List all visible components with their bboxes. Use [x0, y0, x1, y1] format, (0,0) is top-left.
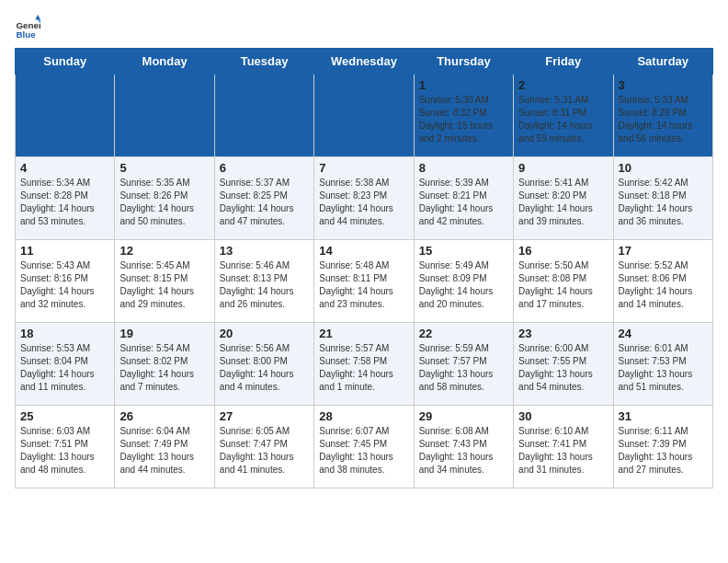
date-number: 7	[319, 161, 408, 175]
day-header-sunday: Sunday	[16, 49, 115, 75]
date-number: 8	[419, 161, 508, 175]
day-header-monday: Monday	[115, 49, 214, 75]
date-number: 30	[518, 409, 608, 423]
date-number: 31	[619, 409, 708, 423]
calendar-table: SundayMondayTuesdayWednesdayThursdayFrid…	[15, 48, 713, 488]
cell-info: Sunrise: 5:30 AM Sunset: 8:32 PM Dayligh…	[419, 94, 508, 145]
cell-info: Sunrise: 5:52 AM Sunset: 8:06 PM Dayligh…	[619, 259, 708, 311]
calendar-cell: 18Sunrise: 5:53 AM Sunset: 8:04 PM Dayli…	[16, 323, 115, 406]
date-number: 9	[518, 161, 608, 175]
cell-info: Sunrise: 5:34 AM Sunset: 8:28 PM Dayligh…	[20, 177, 109, 228]
calendar-cell: 7Sunrise: 5:38 AM Sunset: 8:23 PM Daylig…	[314, 157, 414, 240]
date-number: 22	[419, 327, 508, 340]
date-number: 26	[119, 409, 209, 423]
calendar-cell: 12Sunrise: 5:45 AM Sunset: 8:15 PM Dayli…	[115, 240, 214, 323]
calendar-cell: 9Sunrise: 5:41 AM Sunset: 8:20 PM Daylig…	[514, 157, 613, 240]
header-row: SundayMondayTuesdayWednesdayThursdayFrid…	[16, 49, 713, 75]
calendar-cell: 2Sunrise: 5:31 AM Sunset: 8:31 PM Daylig…	[514, 75, 613, 157]
header: General Blue	[15, 15, 713, 40]
day-header-friday: Friday	[514, 49, 613, 75]
calendar-cell: 16Sunrise: 5:50 AM Sunset: 8:08 PM Dayli…	[514, 240, 613, 323]
date-number: 2	[518, 78, 608, 92]
cell-info: Sunrise: 6:00 AM Sunset: 7:55 PM Dayligh…	[518, 342, 608, 394]
date-number: 17	[619, 244, 708, 258]
calendar-cell: 8Sunrise: 5:39 AM Sunset: 8:21 PM Daylig…	[414, 157, 513, 240]
date-number: 12	[119, 244, 209, 258]
day-header-thursday: Thursday	[414, 49, 513, 75]
calendar-cell	[214, 75, 313, 157]
date-number: 24	[619, 327, 708, 340]
date-number: 15	[419, 244, 508, 258]
calendar-cell: 11Sunrise: 5:43 AM Sunset: 8:16 PM Dayli…	[16, 240, 115, 323]
day-header-wednesday: Wednesday	[314, 49, 414, 75]
day-header-tuesday: Tuesday	[214, 49, 313, 75]
calendar-cell: 14Sunrise: 5:48 AM Sunset: 8:11 PM Dayli…	[314, 240, 414, 323]
date-number: 1	[419, 78, 508, 92]
calendar-cell: 26Sunrise: 6:04 AM Sunset: 7:49 PM Dayli…	[115, 406, 214, 488]
week-row-4: 18Sunrise: 5:53 AM Sunset: 8:04 PM Dayli…	[16, 323, 713, 406]
date-number: 25	[20, 409, 109, 423]
cell-info: Sunrise: 5:33 AM Sunset: 8:29 PM Dayligh…	[619, 94, 708, 145]
date-number: 28	[319, 409, 408, 423]
cell-info: Sunrise: 5:57 AM Sunset: 7:58 PM Dayligh…	[319, 342, 408, 394]
cell-info: Sunrise: 5:54 AM Sunset: 8:02 PM Dayligh…	[119, 342, 209, 394]
svg-marker-2	[35, 15, 40, 20]
calendar-cell: 6Sunrise: 5:37 AM Sunset: 8:25 PM Daylig…	[214, 157, 313, 240]
calendar-cell: 4Sunrise: 5:34 AM Sunset: 8:28 PM Daylig…	[16, 157, 115, 240]
week-row-2: 4Sunrise: 5:34 AM Sunset: 8:28 PM Daylig…	[16, 157, 713, 240]
calendar-cell: 3Sunrise: 5:33 AM Sunset: 8:29 PM Daylig…	[613, 75, 712, 157]
cell-info: Sunrise: 5:37 AM Sunset: 8:25 PM Dayligh…	[220, 177, 309, 228]
cell-info: Sunrise: 5:45 AM Sunset: 8:15 PM Dayligh…	[119, 259, 209, 311]
week-row-1: 1Sunrise: 5:30 AM Sunset: 8:32 PM Daylig…	[16, 75, 713, 157]
cell-info: Sunrise: 6:07 AM Sunset: 7:45 PM Dayligh…	[319, 425, 408, 477]
cell-info: Sunrise: 5:38 AM Sunset: 8:23 PM Dayligh…	[319, 177, 408, 228]
cell-info: Sunrise: 6:08 AM Sunset: 7:43 PM Dayligh…	[419, 425, 508, 477]
date-number: 4	[20, 161, 109, 175]
day-header-saturday: Saturday	[613, 49, 712, 75]
date-number: 13	[220, 244, 309, 258]
calendar-cell: 17Sunrise: 5:52 AM Sunset: 8:06 PM Dayli…	[613, 240, 712, 323]
cell-info: Sunrise: 6:01 AM Sunset: 7:53 PM Dayligh…	[619, 342, 708, 394]
cell-info: Sunrise: 5:39 AM Sunset: 8:21 PM Dayligh…	[419, 177, 508, 228]
cell-info: Sunrise: 5:50 AM Sunset: 8:08 PM Dayligh…	[518, 259, 608, 311]
calendar-cell	[314, 75, 414, 157]
cell-info: Sunrise: 5:53 AM Sunset: 8:04 PM Dayligh…	[20, 342, 109, 394]
cell-info: Sunrise: 6:10 AM Sunset: 7:41 PM Dayligh…	[518, 425, 608, 477]
calendar-cell: 13Sunrise: 5:46 AM Sunset: 8:13 PM Dayli…	[214, 240, 313, 323]
calendar-cell: 15Sunrise: 5:49 AM Sunset: 8:09 PM Dayli…	[414, 240, 513, 323]
calendar-cell	[16, 75, 115, 157]
calendar-cell: 20Sunrise: 5:56 AM Sunset: 8:00 PM Dayli…	[214, 323, 313, 406]
calendar-cell: 10Sunrise: 5:42 AM Sunset: 8:18 PM Dayli…	[613, 157, 712, 240]
logo-icon: General Blue	[15, 15, 40, 40]
cell-info: Sunrise: 6:11 AM Sunset: 7:39 PM Dayligh…	[619, 425, 708, 477]
cell-info: Sunrise: 5:35 AM Sunset: 8:26 PM Dayligh…	[119, 177, 209, 228]
calendar-cell: 29Sunrise: 6:08 AM Sunset: 7:43 PM Dayli…	[414, 406, 513, 488]
date-number: 3	[619, 78, 708, 92]
calendar-cell: 28Sunrise: 6:07 AM Sunset: 7:45 PM Dayli…	[314, 406, 414, 488]
cell-info: Sunrise: 5:42 AM Sunset: 8:18 PM Dayligh…	[619, 177, 708, 228]
cell-info: Sunrise: 5:31 AM Sunset: 8:31 PM Dayligh…	[518, 94, 608, 145]
cell-info: Sunrise: 5:49 AM Sunset: 8:09 PM Dayligh…	[419, 259, 508, 311]
logo: General Blue	[15, 15, 40, 40]
week-row-5: 25Sunrise: 6:03 AM Sunset: 7:51 PM Dayli…	[16, 406, 713, 488]
date-number: 20	[220, 327, 309, 340]
date-number: 27	[220, 409, 309, 423]
calendar-cell: 5Sunrise: 5:35 AM Sunset: 8:26 PM Daylig…	[115, 157, 214, 240]
calendar-cell: 25Sunrise: 6:03 AM Sunset: 7:51 PM Dayli…	[16, 406, 115, 488]
date-number: 11	[20, 244, 109, 258]
cell-info: Sunrise: 6:04 AM Sunset: 7:49 PM Dayligh…	[119, 425, 209, 477]
calendar-cell: 21Sunrise: 5:57 AM Sunset: 7:58 PM Dayli…	[314, 323, 414, 406]
date-number: 19	[119, 327, 209, 340]
calendar-cell	[115, 75, 214, 157]
week-row-3: 11Sunrise: 5:43 AM Sunset: 8:16 PM Dayli…	[16, 240, 713, 323]
cell-info: Sunrise: 5:46 AM Sunset: 8:13 PM Dayligh…	[220, 259, 309, 311]
calendar-cell: 27Sunrise: 6:05 AM Sunset: 7:47 PM Dayli…	[214, 406, 313, 488]
date-number: 14	[319, 244, 408, 258]
calendar-cell: 30Sunrise: 6:10 AM Sunset: 7:41 PM Dayli…	[514, 406, 613, 488]
cell-info: Sunrise: 5:59 AM Sunset: 7:57 PM Dayligh…	[419, 342, 508, 394]
date-number: 10	[619, 161, 708, 175]
calendar-cell: 24Sunrise: 6:01 AM Sunset: 7:53 PM Dayli…	[613, 323, 712, 406]
cell-info: Sunrise: 5:43 AM Sunset: 8:16 PM Dayligh…	[20, 259, 109, 311]
calendar-cell: 22Sunrise: 5:59 AM Sunset: 7:57 PM Dayli…	[414, 323, 513, 406]
calendar-cell: 19Sunrise: 5:54 AM Sunset: 8:02 PM Dayli…	[115, 323, 214, 406]
